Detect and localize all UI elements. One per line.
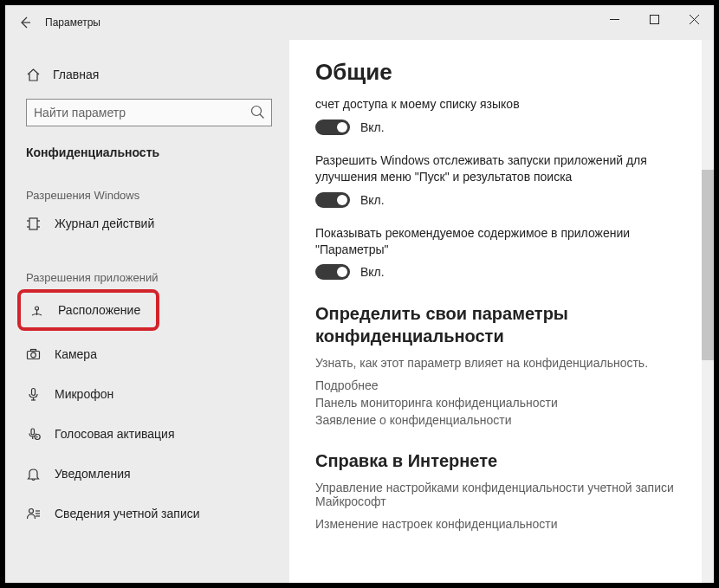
sidebar-item-label: Микрофон <box>55 387 113 401</box>
sidebar-item-activity-history[interactable]: Журнал действий <box>5 205 289 242</box>
scrollbar-thumb[interactable] <box>702 170 714 360</box>
close-button[interactable] <box>674 5 714 33</box>
sidebar-item-label: Уведомления <box>55 467 131 481</box>
toggle-state-label: Вкл. <box>360 265 385 279</box>
sidebar-item-location[interactable]: Расположение <box>17 289 159 331</box>
sidebar-item-label: Расположение <box>58 303 140 317</box>
home-nav[interactable]: Главная <box>5 59 289 90</box>
sidebar-item-label: Камера <box>55 347 97 361</box>
search-icon <box>250 105 265 120</box>
toggle-suggested-content[interactable] <box>315 264 350 280</box>
location-icon <box>29 303 44 318</box>
home-label: Главная <box>53 68 99 81</box>
back-button[interactable] <box>5 5 45 40</box>
close-icon <box>690 15 699 24</box>
setting-language-access: счет доступа к моему списку языков Вкл. <box>315 96 688 135</box>
setting-description: счет доступа к моему списку языков <box>315 96 670 113</box>
sidebar-item-label: Журнал действий <box>55 216 154 230</box>
minimize-button[interactable] <box>594 5 634 33</box>
svg-rect-17 <box>32 388 36 395</box>
svg-point-15 <box>31 352 36 358</box>
svg-rect-7 <box>29 218 37 229</box>
setting-app-launch-tracking: Разрешить Windows отслеживать запуски пр… <box>315 152 688 208</box>
privacy-params-heading: Определить свои параметры конфиденциальн… <box>315 302 688 347</box>
activity-history-icon <box>26 216 41 231</box>
category-heading: Конфиденциальность <box>5 145 289 159</box>
link-learn-more[interactable]: Подробнее <box>315 378 688 392</box>
sidebar: Главная Конфиденциальность Разрешения Wi… <box>5 40 289 583</box>
setting-description: Разрешить Windows отслеживать запуски пр… <box>315 152 670 185</box>
maximize-icon <box>650 15 659 24</box>
setting-suggested-content: Показывать рекомендуемое содержимое в пр… <box>315 225 688 281</box>
toggle-state-label: Вкл. <box>360 193 385 207</box>
notifications-icon <box>26 467 41 481</box>
link-privacy-dashboard[interactable]: Панель мониторинга конфиденциальности <box>315 396 688 410</box>
toggle-language-access[interactable] <box>315 120 350 135</box>
privacy-params-sub: Узнать, как этот параметр влияет на конф… <box>315 356 688 370</box>
titlebar: Параметры <box>5 5 714 40</box>
window-title: Параметры <box>45 16 100 29</box>
svg-point-23 <box>29 508 34 513</box>
sidebar-item-label: Голосовая активация <box>55 427 175 441</box>
sidebar-item-voice-activation[interactable]: Голосовая активация <box>5 416 289 452</box>
content-area: Общие счет доступа к моему списку языков… <box>289 40 714 583</box>
link-help-change-privacy[interactable]: Изменение настроек конфиденциальности <box>315 517 688 531</box>
settings-window: Параметры Главная Конфиденциальность <box>5 5 714 583</box>
svg-line-6 <box>260 114 264 119</box>
page-heading: Общие <box>315 59 688 86</box>
section-app-permissions: Разрешения приложений <box>5 271 289 284</box>
svg-rect-20 <box>31 429 35 435</box>
sidebar-item-label: Сведения учетной записи <box>55 507 200 520</box>
svg-point-12 <box>36 307 39 310</box>
account-info-icon <box>26 507 41 521</box>
svg-rect-16 <box>31 349 36 351</box>
sidebar-item-microphone[interactable]: Микрофон <box>5 376 289 412</box>
maximize-button[interactable] <box>634 5 674 33</box>
setting-description: Показывать рекомендуемое содержимое в пр… <box>315 225 670 258</box>
minimize-icon <box>610 15 619 24</box>
toggle-state-label: Вкл. <box>360 120 385 134</box>
search-input[interactable] <box>26 99 272 126</box>
sidebar-item-account-info[interactable]: Сведения учетной записи <box>5 495 289 532</box>
arrow-left-icon <box>18 16 32 29</box>
svg-rect-2 <box>650 15 658 23</box>
svg-point-5 <box>252 107 262 116</box>
home-icon <box>26 68 41 82</box>
section-windows-permissions: Разрешения Windows <box>5 189 289 202</box>
sidebar-item-notifications[interactable]: Уведомления <box>5 456 289 492</box>
voice-activation-icon <box>26 427 41 442</box>
link-privacy-statement[interactable]: Заявление о конфиденциальности <box>315 413 688 427</box>
scrollbar-track[interactable] <box>702 40 714 583</box>
sidebar-item-camera[interactable]: Камера <box>5 336 289 372</box>
camera-icon <box>26 347 41 362</box>
microphone-icon <box>26 387 41 402</box>
link-help-account-privacy[interactable]: Управление настройками конфиденциальност… <box>315 481 679 508</box>
help-heading: Справка в Интернете <box>315 449 688 472</box>
toggle-app-launch-tracking[interactable] <box>315 192 350 208</box>
